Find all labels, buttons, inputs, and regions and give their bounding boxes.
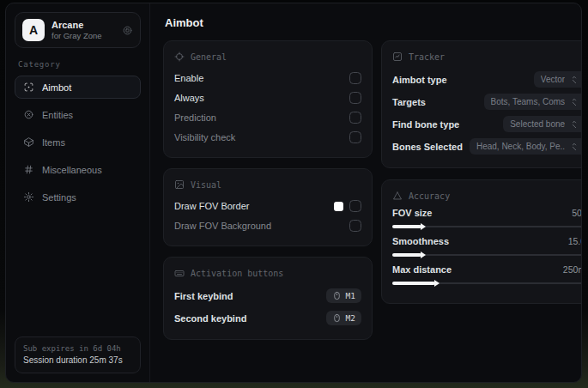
chevrons-up-down-icon — [570, 120, 579, 129]
setting-row-targets: Targets Bots, Teams, Coms — [392, 91, 581, 112]
prediction-checkbox[interactable] — [349, 112, 361, 124]
sidebar-item-items[interactable]: Items — [15, 130, 141, 154]
sidebar-item-settings[interactable]: Settings — [15, 185, 141, 209]
activity-icon — [392, 52, 403, 62]
setting-row-draw-fov-background: Draw FOV Background — [174, 216, 361, 235]
sidebar-item-label: Settings — [42, 192, 76, 203]
setting-row-prediction: Prediction — [174, 108, 361, 127]
first-keybind-button[interactable]: M1 — [326, 288, 361, 303]
setting-row-aimbot-type: Aimbot type Vector — [392, 69, 581, 90]
setting-label: Draw FOV Border — [174, 201, 249, 211]
visual-card: Visual Draw FOV Border Draw FOV Backgrou… — [163, 168, 373, 246]
setting-label: Find bone type — [392, 119, 459, 130]
crosshair-icon — [174, 52, 185, 62]
chevrons-up-down-icon — [570, 76, 579, 84]
dropdown-value: Bots, Teams, Coms — [491, 97, 566, 106]
card-title: Accuracy — [409, 191, 450, 201]
sidebar-item-label: Entities — [42, 110, 73, 120]
setting-row-second-keybind: Second keybind M2 — [174, 307, 361, 329]
dropdown-value: Head, Neck, Body, Pe.. — [476, 142, 565, 151]
sidebar-nav: Aimbot Entities Items Miscellaneous — [15, 76, 141, 209]
activation-buttons-card: Activation buttons First keybind M1 Seco… — [163, 257, 373, 340]
sidebar-item-label: Items — [42, 137, 65, 148]
card-title: Visual — [191, 180, 221, 190]
triangle-icon — [392, 191, 403, 201]
slider-fill — [392, 282, 435, 285]
setting-label: Draw FOV Background — [174, 221, 271, 231]
account-settings-icon[interactable] — [122, 25, 133, 36]
setting-row-smoothness: Smoothness 15.0 — [392, 236, 581, 256]
setting-label: FOV size — [392, 208, 432, 218]
setting-label: Visibility check — [174, 132, 235, 142]
draw-fov-border-checkbox[interactable] — [349, 200, 361, 212]
sidebar-item-entities[interactable]: Entities — [15, 103, 141, 126]
setting-label: Bones Selected — [392, 142, 463, 152]
setting-label: Second keybind — [174, 313, 246, 324]
second-keybind-button[interactable]: M2 — [326, 311, 361, 325]
chevrons-up-down-icon — [570, 142, 579, 151]
setting-row-max-distance: Max distance 250m — [392, 264, 581, 284]
setting-label: Smoothness — [392, 236, 449, 246]
fov-size-slider[interactable] — [392, 226, 581, 227]
slider-fill — [392, 225, 421, 228]
cube-icon — [23, 136, 34, 148]
brand-name: Arcane — [52, 20, 115, 31]
sidebar-item-aimbot[interactable]: Aimbot — [15, 76, 141, 99]
slider-value: 250m — [563, 264, 581, 275]
setting-label: Targets — [392, 97, 426, 107]
keybind-value: M1 — [346, 291, 355, 300]
setting-label: Max distance — [392, 264, 452, 275]
category-label: Category — [18, 60, 137, 69]
setting-label: Prediction — [174, 112, 216, 123]
sub-expires-text: Sub expires in 6d 04h — [23, 343, 132, 355]
always-checkbox[interactable] — [349, 92, 361, 104]
subscription-info-card: Sub expires in 6d 04h Session duration 2… — [15, 336, 141, 373]
dropdown-value: Vector — [541, 75, 565, 84]
setting-label: Always — [174, 93, 204, 103]
aimbot-type-dropdown[interactable]: Vector — [534, 71, 581, 88]
slider-fill — [392, 253, 421, 257]
dropdown-value: Selected bone — [510, 119, 565, 129]
card-title: General — [191, 52, 227, 62]
eye-scan-icon — [23, 109, 34, 120]
targets-dropdown[interactable]: Bots, Teams, Coms — [484, 94, 581, 110]
find-bone-type-dropdown[interactable]: Selected bone — [503, 116, 581, 132]
image-icon — [174, 179, 185, 190]
setting-row-bones-selected: Bones Selected Head, Neck, Body, Pe.. — [392, 136, 581, 157]
chevrons-up-down-icon — [570, 98, 579, 106]
setting-row-draw-fov-border: Draw FOV Border — [174, 197, 361, 215]
hash-icon — [23, 164, 34, 175]
setting-row-visibility-check: Visibility check — [174, 128, 361, 147]
sidebar-item-miscellaneous[interactable]: Miscellaneous — [15, 158, 141, 181]
card-title: Tracker — [409, 52, 445, 62]
mouse-icon — [332, 313, 342, 323]
setting-row-find-bone-type: Find bone type Selected bone — [392, 113, 581, 135]
enable-checkbox[interactable] — [349, 72, 361, 84]
max-distance-slider[interactable] — [392, 282, 581, 284]
setting-row-always: Always — [174, 88, 361, 107]
setting-row-enable: Enable — [174, 69, 361, 88]
sidebar: A Arcane for Gray Zone Category Aimbot — [6, 3, 150, 382]
slider-value: 50° — [572, 208, 581, 218]
tracker-card: Tracker Aimbot type Vector Targets Bots,… — [381, 40, 581, 168]
app-window: A Arcane for Gray Zone Category Aimbot — [5, 3, 582, 383]
setting-label: Enable — [174, 73, 203, 83]
sidebar-item-label: Miscellaneous — [42, 165, 102, 175]
main-content: Aimbot General Enable Alw — [150, 3, 581, 382]
brand-card: A Arcane for Gray Zone — [15, 12, 141, 48]
fov-border-color-swatch[interactable] — [334, 202, 343, 211]
brand-subtitle: for Gray Zone — [52, 31, 115, 41]
gear-icon — [23, 191, 34, 203]
card-title: Activation buttons — [191, 269, 283, 278]
draw-fov-background-checkbox[interactable] — [349, 220, 361, 232]
keyboard-icon — [174, 268, 185, 278]
page-title: Aimbot — [165, 16, 568, 29]
brand-logo: A — [22, 19, 45, 41]
smoothness-slider[interactable] — [392, 254, 581, 256]
setting-row-fov-size: FOV size 50° — [392, 208, 581, 227]
crosshair-icon — [23, 82, 34, 93]
visibility-check-checkbox[interactable] — [349, 131, 361, 143]
bones-selected-dropdown[interactable]: Head, Neck, Body, Pe.. — [470, 138, 581, 155]
accuracy-card: Accuracy FOV size 50° Smoothness — [381, 179, 581, 304]
setting-row-first-keybind: First keybind M1 — [174, 285, 361, 306]
